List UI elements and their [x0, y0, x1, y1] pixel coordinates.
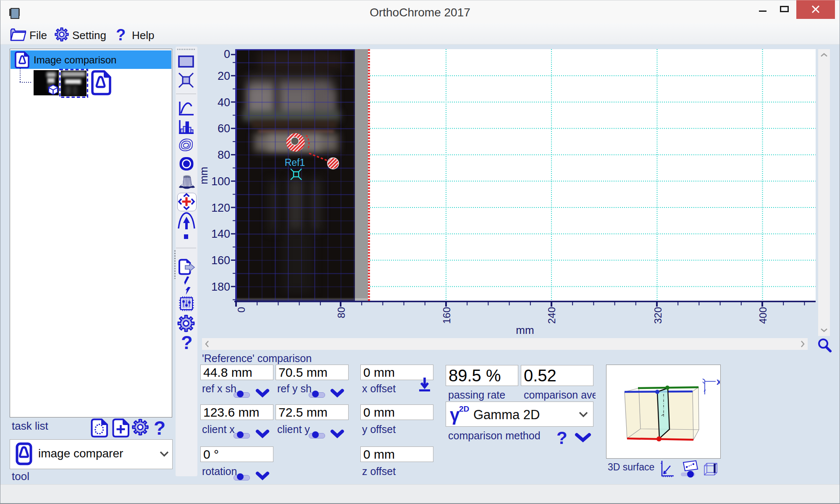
svg-text:160: 160 — [211, 254, 230, 267]
svg-text:0: 0 — [224, 48, 230, 60]
svg-text:40: 40 — [218, 96, 230, 109]
svg-text:0: 0 — [236, 307, 247, 312]
svg-text:mm: mm — [202, 167, 210, 184]
svg-text:320: 320 — [652, 307, 664, 324]
svg-text:400: 400 — [757, 307, 769, 324]
svg-text:80: 80 — [336, 307, 347, 318]
svg-text:140: 140 — [211, 228, 230, 240]
svg-text:mm: mm — [516, 324, 534, 336]
svg-text:20: 20 — [218, 70, 230, 82]
svg-text:240: 240 — [546, 307, 557, 324]
svg-text:100: 100 — [211, 175, 230, 188]
svg-text:x: x — [717, 376, 720, 387]
svg-text:180: 180 — [211, 281, 230, 293]
svg-text:60: 60 — [218, 122, 230, 135]
svg-text:γ: γ — [450, 405, 460, 425]
svg-text:2D: 2D — [459, 404, 469, 413]
svg-text:120: 120 — [211, 202, 230, 214]
svg-text:160: 160 — [441, 307, 452, 324]
svg-text:80: 80 — [218, 149, 230, 161]
